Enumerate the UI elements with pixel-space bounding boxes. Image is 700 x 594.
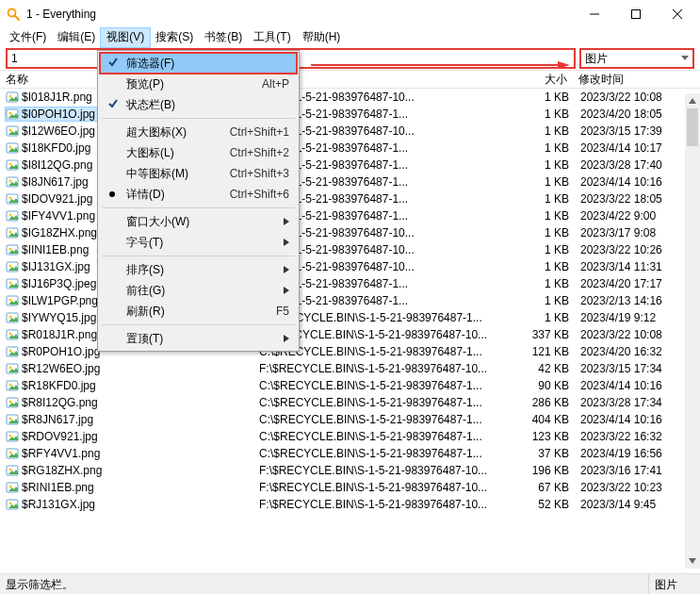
svg-point-13 [9, 146, 12, 149]
menu-entry[interactable]: 刷新(R)F5 [100, 301, 297, 322]
image-file-icon [6, 107, 19, 121]
menu-item[interactable]: 视图(V) [101, 28, 150, 47]
svg-point-23 [9, 231, 12, 234]
menu-label: 字号(T) [126, 235, 163, 251]
menu-entry[interactable]: 中等图标(M)Ctrl+Shift+3 [100, 163, 297, 184]
status-text: 显示筛选栏。 [0, 574, 648, 594]
scrollbar-thumb[interactable] [687, 108, 698, 146]
menu-entry[interactable]: 状态栏(B) [100, 94, 297, 115]
file-date: 2023/3/16 17:41 [573, 464, 700, 477]
file-path: F:\$RECYCLE.BIN\S-1-5-21-983976487-10... [259, 481, 516, 494]
file-path: C:\$RECYCLE.BIN\S-1-5-21-983976487-1... [259, 430, 516, 443]
file-size: 1 KB [516, 260, 573, 273]
menu-item[interactable]: 书签(B) [199, 28, 248, 47]
file-size: 286 KB [516, 396, 573, 409]
file-row[interactable]: $R18KFD0.jpgC:\$RECYCLE.BIN\S-1-5-21-983… [0, 377, 700, 394]
image-file-icon [6, 192, 19, 206]
submenu-arrow-icon [284, 236, 289, 249]
menu-entry[interactable]: 前往(G) [100, 280, 297, 301]
svg-point-45 [9, 418, 12, 421]
menu-entry[interactable]: 大图标(L)Ctrl+Shift+2 [100, 142, 297, 163]
menu-entry[interactable]: 窗口大小(W) [100, 211, 297, 232]
status-filter: 图片 [648, 574, 700, 594]
file-path: F:\$RECYCLE.BIN\S-1-5-21-983976487-10... [259, 498, 516, 511]
file-date: 2023/4/22 9:00 [573, 209, 700, 223]
close-button[interactable] [657, 0, 698, 28]
svg-point-25 [9, 248, 12, 251]
file-name: $RFY4VV1.png [22, 447, 100, 460]
submenu-arrow-icon [284, 263, 289, 276]
file-name: $I18KFD0.jpg [22, 141, 90, 155]
menu-item[interactable]: 工具(T) [248, 28, 296, 47]
svg-point-37 [9, 350, 12, 353]
file-date: 2023/3/15 17:39 [573, 124, 700, 138]
submenu-arrow-icon [284, 215, 289, 228]
menu-entry[interactable]: 预览(P)Alt+P [100, 74, 297, 94]
menu-item[interactable]: 编辑(E) [52, 28, 101, 47]
file-name: $RJ131GX.jpg [22, 498, 95, 511]
maximize-button[interactable] [615, 0, 657, 28]
file-size: 1 KB [516, 226, 573, 239]
svg-point-33 [9, 316, 12, 319]
file-name: $IJ131GX.jpg [22, 260, 90, 273]
file-date: 2023/3/22 16:32 [573, 430, 700, 443]
file-name: $R8JN617.jpg [22, 413, 93, 426]
file-row[interactable]: $RINI1EB.pngF:\$RECYCLE.BIN\S-1-5-21-983… [0, 479, 700, 496]
image-file-icon [6, 464, 19, 477]
column-date[interactable]: 修改时间 [573, 72, 700, 88]
image-file-icon [6, 396, 19, 409]
file-row[interactable]: $RG18ZHX.pngF:\$RECYCLE.BIN\S-1-5-21-983… [0, 462, 700, 479]
menu-item[interactable]: 搜索(S) [150, 28, 199, 47]
image-file-icon [6, 226, 19, 239]
svg-line-1 [15, 16, 19, 20]
menu-entry[interactable]: 详情(D)Ctrl+Shift+6 [100, 184, 297, 205]
app-icon [6, 7, 21, 22]
vertical-scrollbar[interactable] [685, 93, 700, 569]
file-row[interactable]: $R8JN617.jpgC:\$RECYCLE.BIN\S-1-5-21-983… [0, 411, 700, 428]
filter-dropdown[interactable]: 图片 [579, 48, 694, 69]
file-date: 2023/3/28 17:40 [573, 158, 700, 172]
svg-point-15 [9, 163, 12, 166]
file-row[interactable]: $RJ131GX.jpgF:\$RECYCLE.BIN\S-1-5-21-983… [0, 496, 700, 513]
minimize-button[interactable] [574, 0, 615, 28]
scroll-up-icon[interactable] [685, 93, 700, 108]
image-file-icon [6, 124, 19, 138]
image-file-icon [6, 91, 19, 104]
image-file-icon [6, 481, 19, 494]
menubar: 文件(F)编辑(E)视图(V)搜索(S)书签(B)工具(T)帮助(H) [0, 28, 700, 47]
menu-entry[interactable]: 置顶(T) [100, 328, 297, 349]
column-size[interactable]: 大小 [516, 72, 573, 88]
file-row[interactable]: $R12W6EO.jpgF:\$RECYCLE.BIN\S-1-5-21-983… [0, 360, 700, 377]
file-row[interactable]: $RDOV921.jpgC:\$RECYCLE.BIN\S-1-5-21-983… [0, 428, 700, 445]
scroll-down-icon[interactable] [685, 553, 700, 569]
chevron-down-icon [677, 50, 692, 67]
menu-entry[interactable]: 筛选器(F) [100, 53, 297, 74]
menu-label: 中等图标(M) [126, 166, 188, 182]
image-file-icon [6, 447, 19, 460]
menu-hotkey: Alt+P [262, 77, 289, 91]
menu-entry[interactable]: 超大图标(X)Ctrl+Shift+1 [100, 122, 297, 142]
file-name: $IDOV921.jpg [22, 192, 92, 206]
file-size: 1 KB [516, 311, 573, 324]
file-date: 2023/4/19 9:12 [573, 311, 700, 324]
menu-label: 刷新(R) [126, 304, 165, 320]
file-date: 2023/4/14 10:16 [573, 379, 700, 392]
file-name: $R0POH1O.jpg [22, 345, 100, 358]
file-size: 42 KB [516, 362, 573, 375]
menu-separator [102, 324, 295, 325]
menu-item[interactable]: 文件(F) [4, 28, 52, 47]
file-name: $ILW1PGP.png [22, 294, 98, 307]
file-size: 337 KB [516, 328, 573, 341]
file-size: 1 KB [516, 124, 573, 138]
image-file-icon [6, 243, 19, 256]
submenu-arrow-icon [284, 332, 289, 345]
menu-item[interactable]: 帮助(H) [297, 28, 347, 47]
file-row[interactable]: $RFY4VV1.pngC:\$RECYCLE.BIN\S-1-5-21-983… [0, 445, 700, 462]
file-date: 2023/3/22 10:23 [573, 481, 700, 494]
file-row[interactable]: $R8I12QG.pngC:\$RECYCLE.BIN\S-1-5-21-983… [0, 394, 700, 411]
menu-entry[interactable]: 字号(T) [100, 232, 297, 253]
menu-label: 大图标(L) [126, 145, 174, 161]
file-name: $RDOV921.jpg [22, 430, 98, 443]
menu-entry[interactable]: 排序(S) [100, 259, 297, 280]
file-size: 404 KB [516, 413, 573, 426]
